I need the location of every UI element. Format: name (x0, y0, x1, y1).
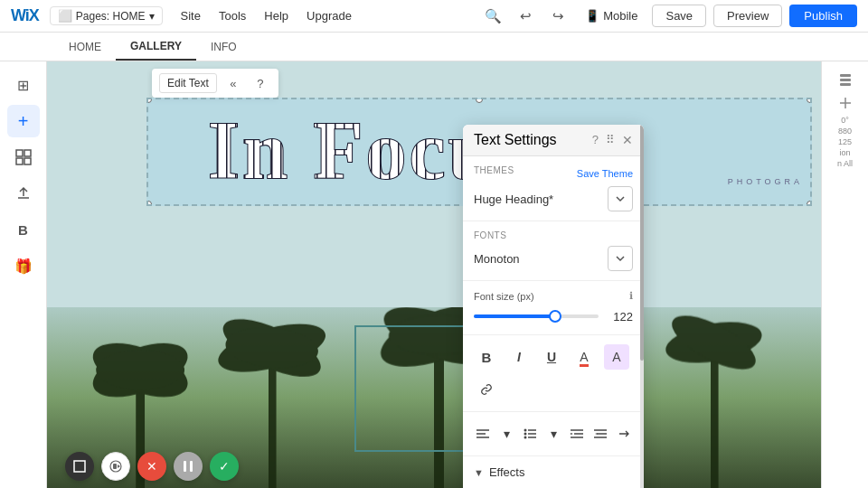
page-nav-home[interactable]: HOME (54, 33, 116, 61)
font-size-info-icon[interactable]: ℹ (629, 290, 633, 302)
publish-button[interactable]: Publish (789, 5, 857, 27)
undo-icon[interactable]: ↩ (513, 4, 538, 29)
list-dropdown-button[interactable]: ▾ (544, 421, 562, 446)
svg-rect-28 (74, 461, 85, 472)
font-size-row: Font size (px) ℹ (474, 290, 633, 302)
svg-rect-32 (184, 461, 186, 472)
svg-rect-53 (840, 83, 851, 86)
align-left-button[interactable] (474, 421, 492, 446)
topbar: WiX ⬜ Pages: HOME ▾ Site Tools Help Upgr… (0, 0, 868, 33)
formatting-section: B I U A A (463, 335, 644, 412)
position-label: ion (839, 148, 850, 157)
sidebar-app-icon[interactable]: 🎁 (7, 249, 40, 282)
svg-rect-14 (269, 353, 277, 488)
confirm-button[interactable]: ✓ (210, 452, 239, 481)
sidebar-pages-icon[interactable]: ⊞ (7, 69, 40, 101)
canvas-area: Edit Text « ? In Focus (47, 61, 821, 488)
theme-row: Huge Heading* (474, 186, 633, 211)
mobile-icon: 📱 (585, 9, 599, 23)
italic-button[interactable]: I (506, 344, 532, 370)
fonts-section: Fonts Monoton (463, 221, 644, 281)
font-size-label: Font size (px) (474, 291, 534, 302)
sidebar-upload-icon[interactable] (7, 177, 40, 210)
svg-point-13 (96, 350, 184, 389)
nav-site[interactable]: Site (181, 9, 201, 23)
underline-button[interactable]: U (539, 344, 564, 370)
mini-resize-icon[interactable] (829, 92, 862, 114)
main-area: ⊞ + B 🎁 Edit Text « ? (0, 61, 868, 488)
handle-bl[interactable] (146, 201, 152, 206)
width-value: 880 (838, 127, 852, 136)
mini-layers-icon[interactable] (829, 69, 862, 90)
font-row: Monoton (474, 246, 633, 271)
fonts-label: Fonts (474, 230, 633, 240)
preview-button[interactable]: Preview (713, 5, 782, 27)
indent-button[interactable] (568, 421, 586, 446)
link-button[interactable] (474, 377, 499, 402)
back-icon[interactable]: « (222, 72, 244, 94)
handle-tr[interactable] (807, 98, 812, 103)
pause-button[interactable] (174, 452, 203, 481)
font-size-section: Font size (px) ℹ 122 (463, 281, 644, 335)
font-size-slider[interactable] (474, 307, 599, 325)
effects-label: Effects (489, 465, 525, 479)
text-color-button[interactable]: A (571, 344, 597, 370)
direction-button[interactable] (615, 421, 633, 446)
svg-rect-1 (24, 150, 31, 156)
save-theme-link[interactable]: Save Theme (577, 168, 633, 179)
photo-subtitle: PHOTOGRA (728, 177, 803, 186)
highlight-button[interactable]: A (604, 344, 629, 370)
outdent-button[interactable] (591, 421, 609, 446)
bold-button[interactable]: B (474, 344, 499, 370)
page-nav: HOME GALLERY INFO (0, 33, 868, 61)
save-button[interactable]: Save (652, 5, 706, 27)
panel-close-icon[interactable]: ✕ (622, 133, 633, 147)
shape-button[interactable] (65, 452, 94, 481)
page-nav-gallery[interactable]: GALLERY (116, 33, 196, 61)
sidebar-elements-icon[interactable] (7, 141, 40, 174)
align-row: ▾ ▾ (474, 421, 633, 446)
font-name: Monoton (474, 252, 520, 266)
mobile-button[interactable]: 📱 Mobile (578, 5, 645, 26)
help-icon[interactable]: ? (250, 72, 271, 94)
panel-header: Text Settings ? ⠿ ✕ (463, 125, 644, 156)
svg-rect-33 (190, 461, 193, 472)
page-label: Pages: HOME (76, 10, 146, 23)
effects-chevron-icon[interactable]: ▼ (474, 467, 484, 478)
themes-label: Themes (474, 165, 514, 175)
wix-logo: WiX (11, 6, 39, 25)
theme-dropdown-button[interactable] (608, 186, 633, 211)
nav-tools[interactable]: Tools (219, 9, 246, 23)
svg-rect-30 (113, 464, 117, 469)
sidebar-blog-icon[interactable]: B (7, 213, 40, 246)
list-button[interactable] (521, 421, 539, 446)
panel-header-icons: ? ⠿ ✕ (592, 133, 633, 147)
panel-help-icon[interactable]: ? (592, 133, 599, 147)
edit-text-button[interactable]: Edit Text (159, 73, 217, 93)
page-nav-info[interactable]: INFO (196, 33, 251, 61)
page-icon: ⬜ (58, 9, 72, 23)
svg-point-37 (524, 429, 527, 432)
sidebar-add-icon[interactable]: + (7, 105, 40, 137)
svg-point-38 (524, 433, 527, 436)
svg-point-39 (524, 436, 527, 439)
close-button[interactable]: ✕ (137, 452, 166, 481)
mini-right-panel: 0° 880 125 ion n All (821, 61, 868, 488)
height-value: 125 (838, 137, 852, 146)
handle-tl[interactable] (146, 98, 152, 103)
search-icon[interactable]: 🔍 (480, 4, 505, 29)
slider-row: 122 (474, 307, 633, 325)
nav-items: Site Tools Help Upgrade (181, 9, 352, 23)
handle-br[interactable] (807, 201, 812, 206)
panel-scrollbar[interactable] (640, 125, 644, 488)
redo-icon[interactable]: ↪ (545, 4, 571, 29)
nav-help[interactable]: Help (264, 9, 288, 23)
text-settings-panel: Text Settings ? ⠿ ✕ Themes Save Theme Hu… (463, 125, 644, 488)
video-button[interactable] (101, 452, 130, 481)
align-dropdown-button[interactable]: ▾ (497, 421, 515, 446)
nav-upgrade[interactable]: Upgrade (307, 9, 352, 23)
panel-drag-icon[interactable]: ⠿ (606, 133, 615, 147)
svg-marker-31 (118, 465, 120, 468)
font-dropdown-button[interactable] (608, 246, 633, 271)
page-selector[interactable]: ⬜ Pages: HOME ▾ (50, 6, 163, 25)
